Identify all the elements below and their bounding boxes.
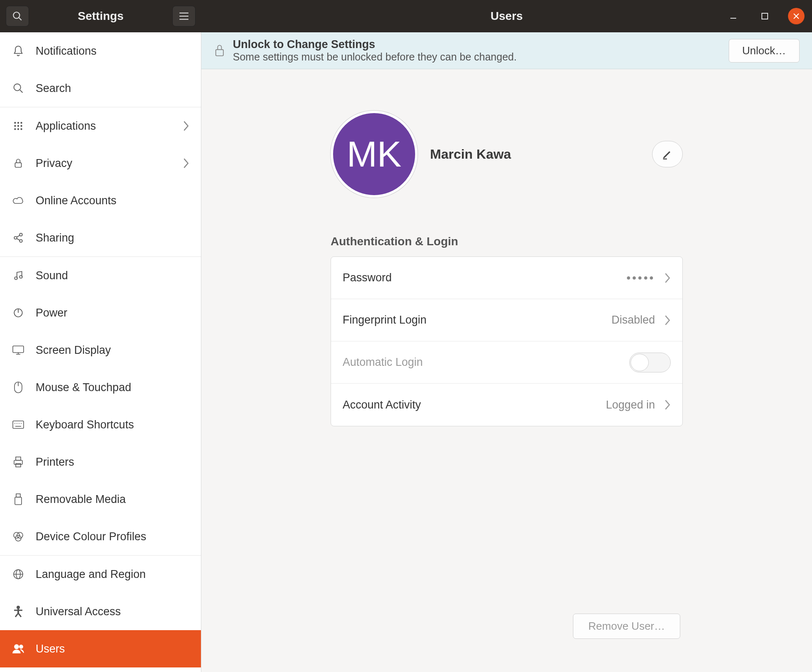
pencil-icon (662, 148, 673, 160)
sidebar-header: Settings (0, 0, 201, 32)
minimize-icon (729, 12, 737, 20)
row-fingerprint[interactable]: Fingerprint Login Disabled (331, 299, 682, 341)
sidebar-item-search[interactable]: Search (0, 70, 201, 107)
close-icon (793, 13, 800, 19)
sidebar-item-notifications[interactable]: Notifications (0, 32, 201, 70)
sidebar-item-printers[interactable]: Printers (0, 443, 201, 481)
sidebar-title: Settings (78, 10, 123, 23)
automatic-login-switch[interactable] (629, 353, 671, 372)
svg-rect-44 (16, 494, 20, 497)
users-icon (12, 642, 25, 655)
sidebar: Notifications Search Applications Privac… (0, 32, 201, 672)
maximize-button[interactable] (756, 8, 773, 24)
chevron-right-icon (664, 272, 671, 284)
power-icon (12, 306, 25, 319)
svg-rect-43 (16, 464, 21, 467)
sidebar-item-keyboard-shortcuts[interactable]: Keyboard Shortcuts (0, 406, 201, 443)
bell-icon (12, 44, 25, 58)
colour-icon (12, 530, 25, 543)
sidebar-item-sound[interactable]: Sound (0, 257, 201, 294)
search-icon (12, 82, 25, 95)
row-label: Automatic Login (343, 356, 423, 369)
sidebar-item-label: Keyboard Shortcuts (36, 418, 134, 431)
banner-title: Unlock to Change Settings (233, 38, 517, 51)
avatar[interactable]: MK (331, 111, 418, 198)
auth-login-list: Password ●●●●● Fingerprint Login Disable… (331, 256, 683, 426)
svg-point-16 (20, 125, 22, 127)
password-value: ●●●●● (626, 273, 655, 282)
svg-rect-6 (762, 13, 768, 19)
svg-rect-59 (216, 50, 223, 56)
sidebar-item-label: Device Colour Profiles (36, 530, 146, 543)
sidebar-item-power[interactable]: Power (0, 294, 201, 331)
sidebar-item-language-region[interactable]: Language and Region (0, 556, 201, 593)
sidebar-item-sharing[interactable]: Sharing (0, 219, 201, 256)
svg-point-52 (17, 606, 20, 609)
svg-line-24 (17, 235, 20, 237)
page-title: Users (491, 10, 523, 23)
sidebar-item-users[interactable]: Users (0, 630, 201, 667)
chevron-right-icon (664, 314, 671, 326)
sidebar-item-label: Online Accounts (36, 194, 116, 207)
row-account-activity[interactable]: Account Activity Logged in (331, 384, 682, 426)
row-label: Fingerprint Login (343, 314, 427, 326)
fingerprint-value: Disabled (611, 314, 655, 326)
svg-point-13 (20, 122, 22, 123)
svg-point-9 (14, 84, 21, 91)
svg-line-1 (19, 18, 22, 20)
edit-name-button[interactable] (652, 141, 683, 167)
svg-line-25 (17, 239, 20, 240)
svg-rect-20 (15, 163, 21, 167)
sidebar-item-colour-profiles[interactable]: Device Colour Profiles (0, 518, 201, 555)
grid-icon (12, 119, 25, 133)
section-title: Authentication & Login (331, 235, 683, 248)
svg-point-19 (20, 128, 22, 130)
sidebar-item-removable-media[interactable]: Removable Media (0, 481, 201, 518)
cloud-icon (12, 194, 25, 207)
remove-user-button[interactable]: Remove User… (573, 614, 680, 639)
activity-value: Logged in (606, 399, 655, 411)
svg-point-22 (19, 233, 22, 236)
close-button[interactable] (788, 8, 805, 24)
search-button[interactable] (6, 6, 29, 27)
sidebar-item-online-accounts[interactable]: Online Accounts (0, 182, 201, 219)
sidebar-item-label: Applications (36, 120, 96, 133)
sidebar-item-label: Sharing (36, 232, 74, 244)
sidebar-item-label: Screen Display (36, 344, 111, 357)
sidebar-item-mouse-touchpad[interactable]: Mouse & Touchpad (0, 369, 201, 406)
sidebar-item-label: Users (36, 643, 65, 655)
row-password[interactable]: Password ●●●●● (331, 257, 682, 299)
window-controls (725, 8, 805, 24)
svg-point-15 (17, 125, 19, 127)
svg-point-18 (17, 128, 19, 130)
sidebar-item-label: Sound (36, 269, 68, 282)
row-label: Account Activity (343, 399, 421, 411)
lock-icon (214, 44, 225, 57)
chevron-right-icon (183, 157, 189, 169)
sidebar-item-applications[interactable]: Applications (0, 107, 201, 145)
sidebar-item-privacy[interactable]: Privacy (0, 145, 201, 182)
chevron-right-icon (664, 399, 671, 411)
maximize-icon (761, 12, 768, 20)
main-content: Unlock to Change Settings Some settings … (201, 32, 812, 672)
share-icon (12, 231, 25, 244)
sidebar-item-label: Search (36, 82, 71, 95)
display-icon (12, 343, 25, 357)
sidebar-item-universal-access[interactable]: Universal Access (0, 593, 201, 630)
svg-line-10 (20, 90, 22, 92)
svg-point-58 (19, 645, 23, 648)
unlock-banner: Unlock to Change Settings Some settings … (201, 32, 812, 69)
sidebar-item-screen-display[interactable]: Screen Display (0, 331, 201, 369)
minimize-button[interactable] (725, 8, 742, 24)
unlock-button[interactable]: Unlock… (729, 39, 800, 63)
svg-rect-35 (13, 421, 24, 428)
svg-point-14 (14, 125, 16, 127)
user-header: MK Marcin Kawa (331, 111, 683, 198)
globe-icon (12, 568, 25, 581)
svg-point-11 (14, 122, 16, 123)
sidebar-item-label: Printers (36, 456, 74, 469)
hamburger-button[interactable] (172, 6, 196, 27)
sidebar-item-label: Language and Region (36, 568, 146, 581)
chevron-right-icon (183, 120, 189, 132)
keyboard-icon (12, 418, 25, 431)
